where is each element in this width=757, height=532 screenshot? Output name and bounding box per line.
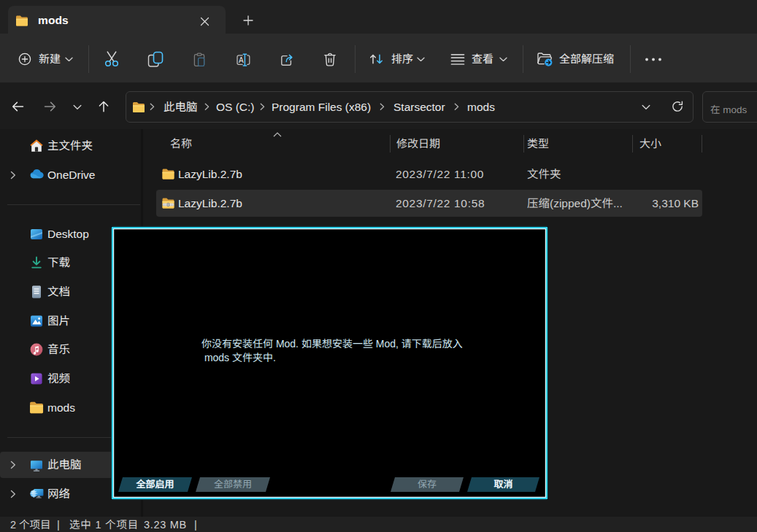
svg-text:A: A	[239, 56, 244, 64]
